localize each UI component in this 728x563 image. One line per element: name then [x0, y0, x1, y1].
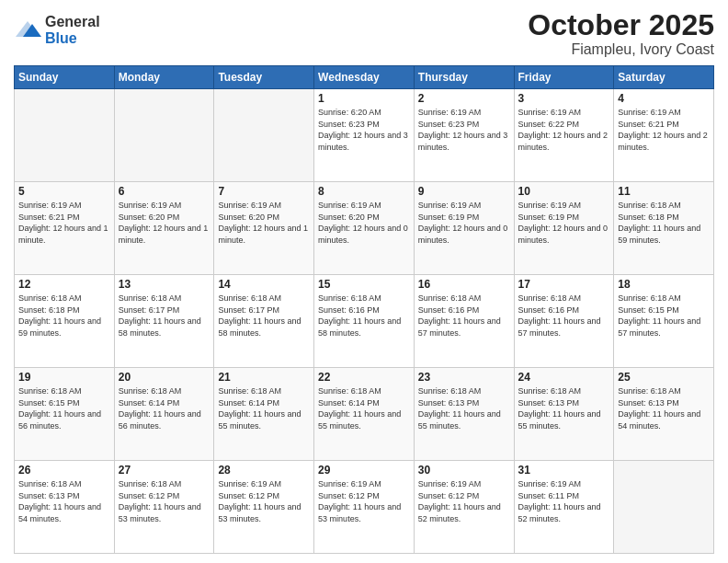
calendar-cell: 9Sunrise: 6:19 AM Sunset: 6:19 PM Daylig… [414, 182, 514, 275]
calendar-cell [614, 461, 714, 554]
calendar-cell: 22Sunrise: 6:18 AM Sunset: 6:14 PM Dayli… [314, 368, 415, 461]
day-info: Sunrise: 6:18 AM Sunset: 6:13 PM Dayligh… [518, 385, 610, 431]
day-info: Sunrise: 6:18 AM Sunset: 6:15 PM Dayligh… [18, 385, 110, 431]
day-number: 25 [618, 371, 710, 384]
calendar-week-row: 1Sunrise: 6:20 AM Sunset: 6:23 PM Daylig… [15, 89, 714, 182]
logo: General Blue [14, 14, 100, 46]
day-info: Sunrise: 6:19 AM Sunset: 6:20 PM Dayligh… [218, 200, 310, 246]
day-info: Sunrise: 6:18 AM Sunset: 6:15 PM Dayligh… [618, 293, 710, 339]
day-number: 17 [518, 278, 610, 291]
day-number: 27 [119, 464, 210, 477]
day-number: 31 [518, 464, 610, 477]
calendar-cell [15, 89, 115, 182]
calendar-cell: 1Sunrise: 6:20 AM Sunset: 6:23 PM Daylig… [314, 89, 415, 182]
day-number: 4 [618, 92, 710, 105]
day-info: Sunrise: 6:19 AM Sunset: 6:11 PM Dayligh… [518, 478, 610, 524]
calendar-cell: 13Sunrise: 6:18 AM Sunset: 6:17 PM Dayli… [114, 275, 214, 368]
weekday-header-wednesday: Wednesday [314, 66, 415, 89]
day-info: Sunrise: 6:18 AM Sunset: 6:13 PM Dayligh… [418, 385, 510, 431]
calendar-cell: 14Sunrise: 6:18 AM Sunset: 6:17 PM Dayli… [214, 275, 314, 368]
day-number: 15 [318, 278, 410, 291]
calendar-week-row: 19Sunrise: 6:18 AM Sunset: 6:15 PM Dayli… [15, 368, 714, 461]
day-info: Sunrise: 6:19 AM Sunset: 6:21 PM Dayligh… [18, 200, 110, 246]
logo-general-text: General [45, 14, 100, 30]
calendar-cell: 20Sunrise: 6:18 AM Sunset: 6:14 PM Dayli… [114, 368, 214, 461]
day-number: 28 [218, 464, 310, 477]
calendar-cell: 16Sunrise: 6:18 AM Sunset: 6:16 PM Dayli… [414, 275, 514, 368]
calendar-cell [214, 89, 314, 182]
day-info: Sunrise: 6:18 AM Sunset: 6:18 PM Dayligh… [18, 293, 110, 339]
calendar-cell: 21Sunrise: 6:18 AM Sunset: 6:14 PM Dayli… [214, 368, 314, 461]
calendar-cell: 2Sunrise: 6:19 AM Sunset: 6:23 PM Daylig… [414, 89, 514, 182]
calendar-cell: 12Sunrise: 6:18 AM Sunset: 6:18 PM Dayli… [15, 275, 115, 368]
calendar-cell: 23Sunrise: 6:18 AM Sunset: 6:13 PM Dayli… [414, 368, 514, 461]
calendar-week-row: 12Sunrise: 6:18 AM Sunset: 6:18 PM Dayli… [15, 275, 714, 368]
calendar-cell: 15Sunrise: 6:18 AM Sunset: 6:16 PM Dayli… [314, 275, 415, 368]
day-number: 12 [18, 278, 110, 291]
day-number: 21 [218, 371, 310, 384]
day-number: 14 [218, 278, 310, 291]
calendar-cell: 28Sunrise: 6:19 AM Sunset: 6:12 PM Dayli… [214, 461, 314, 554]
calendar-title: October 2025 [528, 9, 714, 41]
calendar-cell: 17Sunrise: 6:18 AM Sunset: 6:16 PM Dayli… [514, 275, 614, 368]
day-number: 10 [518, 185, 610, 198]
title-block: October 2025 Fiampleu, Ivory Coast [528, 9, 714, 58]
calendar-cell: 29Sunrise: 6:19 AM Sunset: 6:12 PM Dayli… [314, 461, 415, 554]
calendar-cell: 19Sunrise: 6:18 AM Sunset: 6:15 PM Dayli… [15, 368, 115, 461]
day-number: 9 [418, 185, 510, 198]
day-info: Sunrise: 6:18 AM Sunset: 6:18 PM Dayligh… [618, 200, 710, 246]
day-number: 26 [18, 464, 110, 477]
day-info: Sunrise: 6:19 AM Sunset: 6:19 PM Dayligh… [418, 200, 510, 246]
day-number: 30 [418, 464, 510, 477]
weekday-header-monday: Monday [114, 66, 214, 89]
calendar-cell: 3Sunrise: 6:19 AM Sunset: 6:22 PM Daylig… [514, 89, 614, 182]
calendar-cell: 24Sunrise: 6:18 AM Sunset: 6:13 PM Dayli… [514, 368, 614, 461]
weekday-header-tuesday: Tuesday [214, 66, 314, 89]
day-number: 22 [318, 371, 410, 384]
calendar-cell [114, 89, 214, 182]
day-number: 19 [18, 371, 110, 384]
day-number: 8 [318, 185, 410, 198]
day-number: 29 [318, 464, 410, 477]
day-number: 6 [119, 185, 210, 198]
weekday-header-sunday: Sunday [15, 66, 115, 89]
calendar-cell: 7Sunrise: 6:19 AM Sunset: 6:20 PM Daylig… [214, 182, 314, 275]
logo-blue-text: Blue [45, 30, 100, 47]
logo-icon [14, 17, 41, 44]
day-number: 1 [318, 92, 410, 105]
day-number: 13 [119, 278, 210, 291]
weekday-header-thursday: Thursday [414, 66, 514, 89]
weekday-header-friday: Friday [514, 66, 614, 89]
calendar-cell: 26Sunrise: 6:18 AM Sunset: 6:13 PM Dayli… [15, 461, 115, 554]
header: General Blue October 2025 Fiampleu, Ivor… [14, 9, 714, 58]
day-number: 2 [418, 92, 510, 105]
calendar-cell: 5Sunrise: 6:19 AM Sunset: 6:21 PM Daylig… [15, 182, 115, 275]
weekday-header-row: SundayMondayTuesdayWednesdayThursdayFrid… [15, 66, 714, 89]
day-number: 5 [18, 185, 110, 198]
day-info: Sunrise: 6:19 AM Sunset: 6:23 PM Dayligh… [418, 107, 510, 153]
day-info: Sunrise: 6:18 AM Sunset: 6:14 PM Dayligh… [318, 385, 410, 431]
day-info: Sunrise: 6:19 AM Sunset: 6:19 PM Dayligh… [518, 200, 610, 246]
day-info: Sunrise: 6:18 AM Sunset: 6:16 PM Dayligh… [318, 293, 410, 339]
day-info: Sunrise: 6:19 AM Sunset: 6:12 PM Dayligh… [418, 478, 510, 524]
calendar-cell: 8Sunrise: 6:19 AM Sunset: 6:20 PM Daylig… [314, 182, 415, 275]
day-info: Sunrise: 6:19 AM Sunset: 6:20 PM Dayligh… [119, 200, 210, 246]
day-info: Sunrise: 6:18 AM Sunset: 6:14 PM Dayligh… [119, 385, 210, 431]
day-number: 16 [418, 278, 510, 291]
day-info: Sunrise: 6:19 AM Sunset: 6:20 PM Dayligh… [318, 200, 410, 246]
calendar-cell: 6Sunrise: 6:19 AM Sunset: 6:20 PM Daylig… [114, 182, 214, 275]
day-info: Sunrise: 6:20 AM Sunset: 6:23 PM Dayligh… [318, 107, 410, 153]
day-info: Sunrise: 6:18 AM Sunset: 6:16 PM Dayligh… [518, 293, 610, 339]
calendar-table: SundayMondayTuesdayWednesdayThursdayFrid… [14, 65, 714, 554]
day-info: Sunrise: 6:19 AM Sunset: 6:12 PM Dayligh… [218, 478, 310, 524]
calendar-cell: 4Sunrise: 6:19 AM Sunset: 6:21 PM Daylig… [614, 89, 714, 182]
day-info: Sunrise: 6:18 AM Sunset: 6:13 PM Dayligh… [618, 385, 710, 431]
day-number: 3 [518, 92, 610, 105]
day-info: Sunrise: 6:18 AM Sunset: 6:13 PM Dayligh… [18, 478, 110, 524]
day-info: Sunrise: 6:19 AM Sunset: 6:12 PM Dayligh… [318, 478, 410, 524]
page-container: General Blue October 2025 Fiampleu, Ivor… [0, 0, 728, 563]
day-info: Sunrise: 6:18 AM Sunset: 6:17 PM Dayligh… [119, 293, 210, 339]
day-number: 7 [218, 185, 310, 198]
calendar-cell: 31Sunrise: 6:19 AM Sunset: 6:11 PM Dayli… [514, 461, 614, 554]
day-info: Sunrise: 6:18 AM Sunset: 6:14 PM Dayligh… [218, 385, 310, 431]
